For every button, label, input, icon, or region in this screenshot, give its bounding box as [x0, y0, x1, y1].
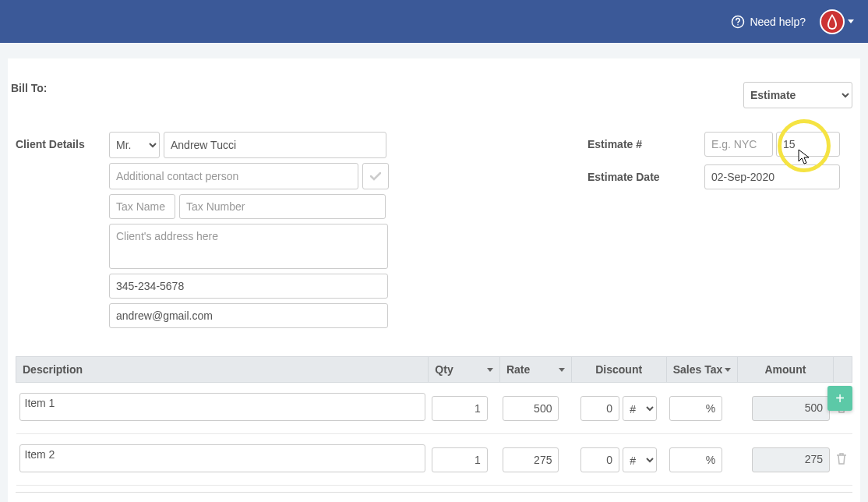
item-discount-type-select[interactable]: #	[623, 447, 657, 472]
caret-down-icon	[848, 19, 854, 23]
item-amount: 500	[752, 396, 830, 421]
estimate-date-input[interactable]	[704, 164, 840, 189]
estimate-number-label: Estimate #	[587, 138, 704, 150]
col-rate[interactable]: Rate	[499, 357, 571, 383]
total-row: Total 775	[16, 492, 852, 502]
item-amount: 275	[752, 447, 830, 472]
item-discount-type-select[interactable]: #	[623, 396, 657, 421]
add-item-button[interactable]: +	[827, 386, 852, 411]
item-description-input[interactable]	[19, 393, 425, 421]
col-discount: Discount	[571, 357, 666, 383]
plus-icon: +	[835, 390, 845, 408]
table-row: # 500	[16, 383, 852, 434]
item-tax-input[interactable]	[669, 447, 722, 472]
col-sales-tax[interactable]: Sales Tax	[666, 357, 738, 383]
estimate-date-label: Estimate Date	[587, 171, 704, 183]
item-description-input[interactable]	[19, 444, 425, 472]
client-phone-input[interactable]	[109, 274, 388, 299]
item-rate-input[interactable]	[503, 447, 559, 472]
avatar-logo-icon	[826, 14, 838, 30]
caret-down-icon	[559, 368, 565, 372]
document-type-select[interactable]: Estimate	[743, 82, 852, 108]
check-icon	[370, 171, 381, 181]
caret-down-icon	[725, 368, 731, 372]
estimate-form: Bill To: Estimate Client Details Mr.	[8, 58, 860, 502]
item-tax-input[interactable]	[669, 396, 722, 421]
items-table: Description Qty Rate Discount Sales Tax …	[16, 356, 852, 486]
additional-contact-input[interactable]	[109, 163, 358, 189]
caret-down-icon	[487, 368, 493, 372]
client-details-label: Client Details	[16, 132, 109, 158]
need-help-link[interactable]: Need help?	[731, 15, 806, 29]
col-amount: Amount	[738, 357, 833, 383]
user-menu[interactable]	[820, 9, 854, 34]
need-help-text: Need help?	[750, 16, 806, 28]
item-qty-input[interactable]	[432, 396, 488, 421]
item-discount-input[interactable]	[580, 447, 619, 472]
tax-name-input[interactable]	[109, 194, 175, 219]
bill-to-label: Bill To:	[11, 82, 47, 108]
client-address-input[interactable]	[109, 224, 388, 269]
confirm-contact-button[interactable]	[362, 163, 389, 189]
client-title-select[interactable]: Mr.	[109, 132, 160, 158]
avatar	[820, 9, 845, 34]
col-qty[interactable]: Qty	[429, 357, 500, 383]
estimate-prefix-input[interactable]	[704, 132, 773, 157]
client-name-input[interactable]	[164, 132, 386, 158]
trash-icon	[836, 452, 847, 465]
table-row: # 275	[16, 434, 852, 486]
col-description: Description	[16, 357, 429, 383]
item-rate-input[interactable]	[503, 396, 559, 421]
tax-number-input[interactable]	[179, 194, 386, 219]
item-discount-input[interactable]	[580, 396, 619, 421]
top-bar: Need help?	[0, 0, 868, 43]
delete-row-button[interactable]	[833, 434, 852, 486]
help-icon	[731, 15, 745, 29]
item-qty-input[interactable]	[432, 447, 488, 472]
client-email-input[interactable]	[109, 303, 388, 328]
estimate-number-input[interactable]	[776, 132, 840, 157]
